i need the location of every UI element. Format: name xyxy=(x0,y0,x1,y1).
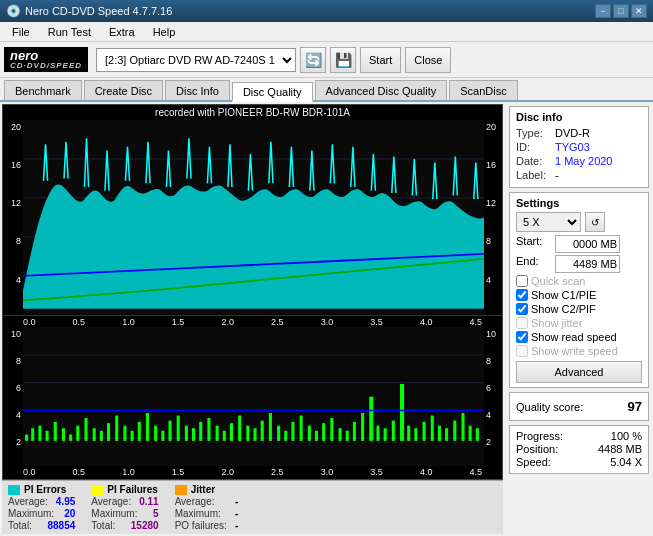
lower-chart-svg xyxy=(23,327,484,466)
show-c1-row: Show C1/PIE xyxy=(516,289,642,301)
end-input[interactable] xyxy=(555,255,620,273)
quality-score-panel: Quality score: 97 xyxy=(509,392,649,421)
position-label: Position: xyxy=(516,443,558,455)
svg-rect-55 xyxy=(369,396,373,440)
pi-failures-label: PI Failures xyxy=(107,484,158,495)
svg-rect-11 xyxy=(31,428,34,441)
show-jitter-checkbox[interactable] xyxy=(516,317,528,329)
upper-chart-svg xyxy=(23,120,484,315)
svg-rect-35 xyxy=(216,426,219,441)
position-value: 4488 MB xyxy=(598,443,642,455)
svg-rect-54 xyxy=(361,413,364,441)
quick-scan-checkbox[interactable] xyxy=(516,275,528,287)
tab-advanced-disc-quality[interactable]: Advanced Disc Quality xyxy=(315,80,448,100)
svg-rect-69 xyxy=(476,428,479,441)
refresh-speed-button[interactable]: ↺ xyxy=(585,212,605,232)
app-title: Nero CD-DVD Speed 4.7.7.16 xyxy=(25,5,172,17)
tab-scan-disc[interactable]: ScanDisc xyxy=(449,80,517,100)
disc-info-title: Disc info xyxy=(516,111,642,123)
show-c1-checkbox[interactable] xyxy=(516,289,528,301)
advanced-button[interactable]: Advanced xyxy=(516,361,642,383)
show-c2-checkbox[interactable] xyxy=(516,303,528,315)
svg-rect-26 xyxy=(146,413,149,441)
type-label: Type: xyxy=(516,127,551,139)
svg-rect-38 xyxy=(238,415,241,440)
svg-rect-52 xyxy=(346,431,349,441)
svg-rect-34 xyxy=(207,418,210,441)
tab-create-disc[interactable]: Create Disc xyxy=(84,80,163,100)
start-input[interactable] xyxy=(555,235,620,253)
svg-rect-41 xyxy=(261,420,264,440)
drive-select[interactable]: [2:3] Optiarc DVD RW AD-7240S 1.04 xyxy=(96,48,296,72)
svg-rect-5 xyxy=(23,327,484,466)
label-value: - xyxy=(555,169,559,181)
pi-errors-label: PI Errors xyxy=(24,484,66,495)
pi-errors-avg: 4.95 xyxy=(56,496,75,507)
legend-jitter: Jitter Average: - Maximum: - PO failures… xyxy=(175,484,239,531)
settings-title: Settings xyxy=(516,197,642,209)
speed-select[interactable]: 5 X xyxy=(516,212,581,232)
menu-run-test[interactable]: Run Test xyxy=(40,24,99,40)
save-icon-button[interactable]: 💾 xyxy=(330,47,356,73)
svg-rect-22 xyxy=(115,415,118,440)
svg-rect-67 xyxy=(461,413,464,441)
menu-extra[interactable]: Extra xyxy=(101,24,143,40)
svg-rect-64 xyxy=(438,426,441,441)
start-label: Start: xyxy=(516,235,551,253)
show-write-speed-checkbox[interactable] xyxy=(516,345,528,357)
svg-rect-21 xyxy=(107,423,110,441)
menu-help[interactable]: Help xyxy=(145,24,184,40)
svg-rect-49 xyxy=(322,423,325,441)
y-r-label-16: 16 xyxy=(486,160,502,170)
menu-file[interactable]: File xyxy=(4,24,38,40)
maximize-button[interactable]: □ xyxy=(613,4,629,18)
nero-logo: nero CD·DVD/SPEED xyxy=(4,47,88,72)
close-button[interactable]: ✕ xyxy=(631,4,647,18)
chart-container: recorded with PIONEER BD-RW BDR-101A 20 … xyxy=(2,104,503,480)
show-c2-label: Show C2/PIF xyxy=(531,303,596,315)
svg-rect-43 xyxy=(277,426,280,441)
lower-y-axis-right: 10 8 6 4 2 xyxy=(484,327,502,466)
show-write-speed-row: Show write speed xyxy=(516,345,642,357)
minimize-button[interactable]: − xyxy=(595,4,611,18)
svg-rect-48 xyxy=(315,431,318,441)
show-read-speed-label: Show read speed xyxy=(531,331,617,343)
svg-rect-53 xyxy=(353,422,356,441)
svg-rect-10 xyxy=(25,434,28,440)
upper-y-axis: 20 16 12 8 4 xyxy=(3,120,23,315)
svg-rect-56 xyxy=(376,426,379,441)
svg-rect-17 xyxy=(76,426,79,441)
speed-value: 5.04 X xyxy=(610,456,642,468)
show-read-speed-checkbox[interactable] xyxy=(516,331,528,343)
svg-rect-12 xyxy=(38,426,41,441)
pi-failures-color xyxy=(91,485,103,495)
date-value: 1 May 2020 xyxy=(555,155,612,167)
start-button[interactable]: Start xyxy=(360,47,401,73)
progress-label: Progress: xyxy=(516,430,563,442)
svg-rect-20 xyxy=(100,431,103,441)
svg-rect-16 xyxy=(69,434,72,440)
refresh-icon-button[interactable]: 🔄 xyxy=(300,47,326,73)
show-c1-label: Show C1/PIE xyxy=(531,289,596,301)
pi-errors-color xyxy=(8,485,20,495)
svg-rect-60 xyxy=(407,426,410,441)
show-jitter-label: Show jitter xyxy=(531,317,582,329)
tab-benchmark[interactable]: Benchmark xyxy=(4,80,82,100)
y-r-label-8: 8 xyxy=(486,236,502,246)
title-bar: 💿 Nero CD-DVD Speed 4.7.7.16 − □ ✕ xyxy=(0,0,653,22)
show-c2-row: Show C2/PIF xyxy=(516,303,642,315)
svg-rect-37 xyxy=(230,423,233,441)
lower-x-axis: 0.0 0.5 1.0 1.5 2.0 2.5 3.0 3.5 4.0 4.5 xyxy=(3,466,502,479)
svg-rect-13 xyxy=(46,431,49,441)
id-label: ID: xyxy=(516,141,551,153)
svg-rect-36 xyxy=(223,431,226,441)
svg-rect-24 xyxy=(131,431,134,441)
tab-disc-quality[interactable]: Disc Quality xyxy=(232,82,313,102)
pi-failures-avg: 0.11 xyxy=(139,496,158,507)
close-toolbar-button[interactable]: Close xyxy=(405,47,451,73)
y-label-4: 4 xyxy=(3,275,21,285)
main-content: recorded with PIONEER BD-RW BDR-101A 20 … xyxy=(0,102,653,536)
svg-rect-29 xyxy=(168,420,171,440)
svg-rect-46 xyxy=(300,415,303,440)
tab-disc-info[interactable]: Disc Info xyxy=(165,80,230,100)
